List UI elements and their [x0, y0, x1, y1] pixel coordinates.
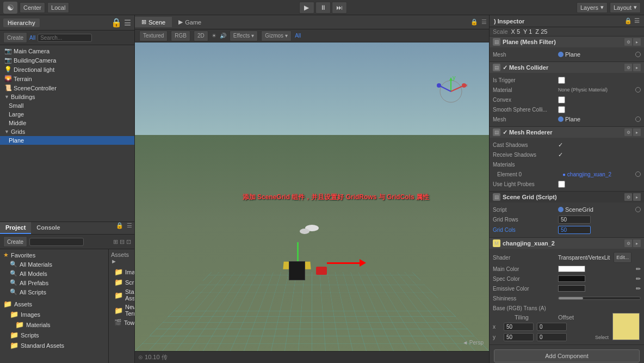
scene-gizmo[interactable]: y x — [435, 75, 467, 108]
hierarchy-item-small[interactable]: Small — [0, 101, 134, 110]
smooth-sphere-check[interactable] — [558, 106, 565, 113]
scene-grid-header[interactable]: ▤ Scene Grid (Script) ⚙ ▸ — [490, 192, 644, 202]
material-more[interactable]: ▸ — [633, 239, 641, 247]
file-standard-assets[interactable]: 📁 Standard Assets — [111, 287, 132, 303]
tab-console[interactable]: Console — [31, 222, 65, 234]
emissive-color-value[interactable]: ✏ — [558, 285, 641, 292]
hierarchy-tab[interactable]: Hierarchy — [3, 19, 40, 27]
project-lock[interactable]: 🔒 — [116, 222, 127, 234]
hierarchy-all[interactable]: All — [29, 35, 35, 41]
scripts-folder[interactable]: 📁 Scripts — [0, 330, 108, 340]
all-materials-item[interactable]: 🔍 All Materials — [0, 260, 108, 269]
material-settings[interactable]: ⚙ — [624, 239, 632, 247]
mesh-renderer-header[interactable]: ▤ ✓ Mesh Renderer ⚙ ▸ — [490, 127, 644, 138]
offset-y-input[interactable] — [537, 333, 567, 341]
collider-mesh-link[interactable] — [635, 116, 641, 122]
pause-button[interactable]: ⏸ — [315, 2, 331, 14]
inspector-menu-icon[interactable]: ☰ — [634, 17, 640, 24]
convex-check[interactable] — [558, 96, 565, 103]
all-models-item[interactable]: 🔍 All Models — [0, 269, 108, 278]
file-town-scene[interactable]: 🎬 TownScene — [111, 318, 132, 327]
spec-color-swatch[interactable] — [558, 275, 585, 282]
hierarchy-item-plane[interactable]: Plane — [0, 136, 134, 145]
textured-btn[interactable]: Textured — [139, 30, 168, 41]
project-menu[interactable]: ☰ — [127, 222, 134, 234]
select-material-btn[interactable]: Select — [595, 335, 609, 340]
mesh-filter-header[interactable]: ▤ Plane (Mesh Filter) ⚙ ▸ — [490, 36, 644, 47]
material-header[interactable]: M changjing_xuan_2 ⚙ ▸ — [490, 238, 644, 249]
pivot-button[interactable]: Center — [20, 2, 45, 13]
play-button[interactable]: ▶ — [299, 2, 314, 14]
use-light-probes-check[interactable] — [558, 181, 565, 188]
project-icons[interactable]: ⊞ ⊟ ⊡ — [113, 238, 131, 245]
audio-toggle[interactable]: 🔊 — [220, 33, 226, 39]
all-prefabs-item[interactable]: 🔍 All Prefabs — [0, 278, 108, 287]
hierarchy-item-middle[interactable]: Middle — [0, 119, 134, 127]
file-scripts[interactable]: 📁 Scripts — [111, 277, 132, 287]
favorites-folder[interactable]: ★ Favorites — [0, 250, 108, 260]
project-search[interactable] — [29, 238, 84, 246]
scene-grid-more[interactable]: ▸ — [633, 193, 641, 201]
hierarchy-lock[interactable]: 🔒 — [111, 17, 122, 28]
hierarchy-item-main-camera[interactable]: 📷 Main Camera — [0, 46, 134, 56]
grid-rows-value[interactable]: 50 — [558, 216, 641, 224]
gizmos-btn[interactable]: Gizmos ▾ — [261, 30, 292, 41]
shininess-value[interactable] — [558, 297, 641, 300]
grid-cols-value[interactable] — [558, 226, 641, 234]
file-new-terrain[interactable]: 📁 New Terrain — [111, 303, 132, 318]
layout-dropdown[interactable]: Layout ▾ — [610, 2, 641, 13]
edit-shader-btn[interactable]: Edit... — [614, 252, 631, 263]
hierarchy-menu[interactable]: ☰ — [124, 19, 131, 27]
mesh-renderer-more[interactable]: ▸ — [633, 128, 641, 136]
hierarchy-item-directional-light[interactable]: 💡 Directional light — [0, 65, 134, 74]
mesh-filter-settings[interactable]: ⚙ — [624, 38, 632, 46]
mesh-collider-more[interactable]: ▸ — [633, 64, 641, 71]
scene-viewport[interactable]: y x — [135, 42, 489, 351]
project-create-btn[interactable]: Create — [3, 236, 27, 247]
scene-menu[interactable]: ☰ — [481, 19, 489, 26]
mesh-collider-settings[interactable]: ⚙ — [624, 64, 632, 71]
emissive-color-picker[interactable]: ✏ — [636, 285, 641, 292]
grid-cols-input[interactable] — [558, 226, 591, 234]
hierarchy-item-buildings[interactable]: ▼ Buildings — [0, 93, 134, 101]
scene-lock[interactable]: 🔒 — [470, 19, 481, 26]
materials-subfolder[interactable]: 📁 Materials — [0, 319, 108, 330]
mesh-filter-link[interactable] — [635, 52, 641, 57]
hierarchy-item-building-camera[interactable]: 📷 BuildingCamera — [0, 56, 134, 65]
mesh-filter-more[interactable]: ▸ — [633, 38, 641, 46]
add-component-button[interactable]: Add Component — [494, 349, 640, 362]
grid-rows-input[interactable]: 50 — [558, 216, 591, 224]
tab-scene[interactable]: ⊞ Scene — [135, 17, 172, 27]
element0-link[interactable] — [635, 171, 641, 177]
rgb-btn[interactable]: RGB — [171, 30, 190, 41]
hierarchy-item-terrain[interactable]: 🌄 Terrain — [0, 74, 134, 83]
hierarchy-search[interactable] — [38, 34, 92, 42]
mesh-collider-header[interactable]: ▤ ✓ Mesh Collider ⚙ ▸ — [490, 62, 644, 73]
standard-assets-folder[interactable]: 📁 Standard Assets — [0, 340, 108, 350]
file-images[interactable]: 📁 Images — [111, 267, 132, 277]
shininess-slider[interactable] — [558, 297, 641, 300]
main-color-picker[interactable]: ✏ — [636, 266, 641, 273]
offset-x-input[interactable] — [537, 323, 567, 331]
spec-color-value[interactable]: ✏ — [558, 275, 641, 282]
local-button[interactable]: Local — [47, 2, 69, 13]
scene-grid-settings[interactable]: ⚙ — [624, 193, 632, 201]
tiling-x-input[interactable] — [504, 323, 534, 331]
light-toggle[interactable]: ☀ — [212, 33, 216, 39]
hierarchy-item-large[interactable]: Large — [0, 110, 134, 119]
assets-folder[interactable]: 📁 Assets — [0, 299, 108, 309]
layers-dropdown[interactable]: Layers ▾ — [577, 2, 608, 13]
mesh-renderer-settings[interactable]: ⚙ — [624, 128, 632, 136]
images-folder[interactable]: 📁 Images — [0, 309, 108, 319]
all-scripts-item[interactable]: 🔍 All Scripts — [0, 287, 108, 297]
inspector-scroll[interactable]: ▤ Plane (Mesh Filter) ⚙ ▸ Mesh Plane — [490, 36, 644, 363]
effects-btn[interactable]: Effects ▾ — [230, 30, 258, 41]
hierarchy-item-scene-controller[interactable]: 📜 SceneController — [0, 83, 134, 93]
main-color-swatch[interactable] — [558, 266, 585, 272]
hierarchy-item-grids[interactable]: ▼ Grids — [0, 127, 134, 136]
tiling-y-input[interactable] — [504, 333, 534, 341]
script-link[interactable] — [635, 207, 641, 212]
inspector-lock-icon[interactable]: 🔒 — [624, 17, 632, 24]
is-trigger-check[interactable] — [558, 77, 565, 84]
emissive-color-swatch[interactable] — [558, 285, 585, 292]
